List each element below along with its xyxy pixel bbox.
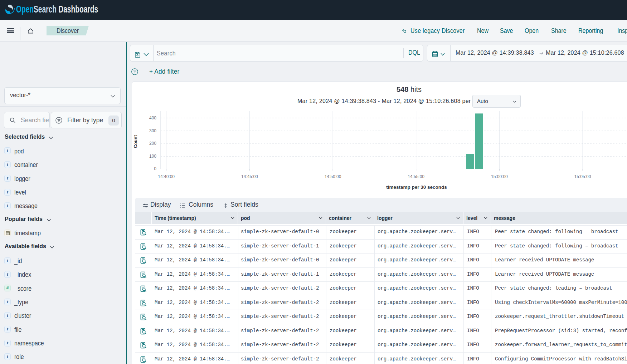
svg-text:300: 300 [149, 128, 156, 133]
svg-text:14:40:00: 14:40:00 [158, 174, 175, 179]
svg-text:0: 0 [154, 166, 156, 171]
svg-text:14:55:00: 14:55:00 [408, 174, 424, 179]
svg-text:14:45:00: 14:45:00 [241, 174, 258, 179]
svg-text:timestamp per 30 seconds: timestamp per 30 seconds [386, 185, 447, 190]
svg-text:100: 100 [149, 154, 156, 159]
svg-text:15:00:00: 15:00:00 [491, 174, 508, 179]
svg-text:400: 400 [149, 115, 156, 120]
svg-text:15:05:00: 15:05:00 [574, 174, 591, 179]
svg-text:200: 200 [149, 141, 156, 146]
svg-text:14:50:00: 14:50:00 [325, 174, 341, 179]
svg-text:Count: Count [133, 135, 138, 148]
